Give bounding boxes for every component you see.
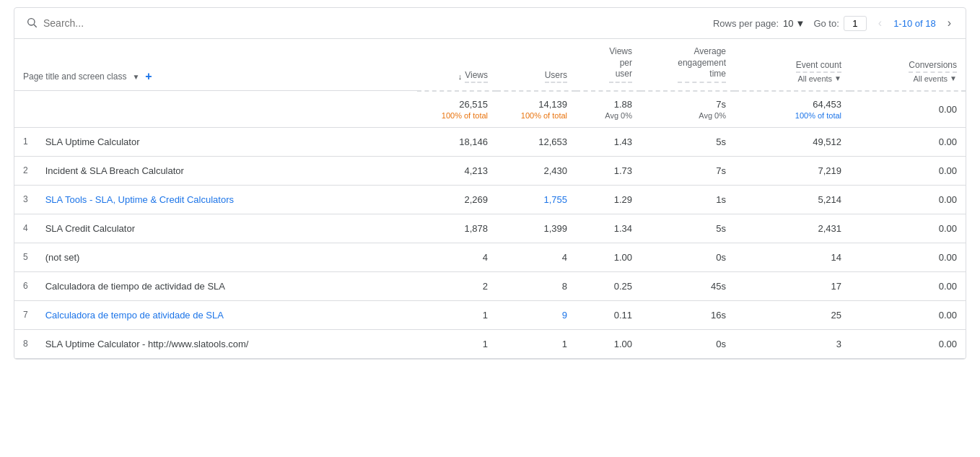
rows-select-arrow: ▼ bbox=[796, 18, 805, 29]
row-views: 1,878 bbox=[417, 214, 496, 243]
page-title-cell[interactable]: Calculadora de tempo de atividade de SLA bbox=[37, 300, 417, 329]
svg-line-1 bbox=[34, 25, 37, 27]
goto-label: Go to: bbox=[813, 18, 839, 29]
row-event-count: 17 bbox=[735, 271, 850, 300]
next-page-button[interactable]: › bbox=[945, 15, 954, 31]
row-views-per-user: 1.73 bbox=[576, 156, 641, 185]
row-views-per-user: 1.34 bbox=[576, 214, 641, 243]
event-count-label: Event count bbox=[796, 60, 841, 73]
event-count-dropdown-icon[interactable]: ▼ bbox=[834, 74, 841, 82]
table-row: 5 (not set) 4 4 1.00 0s 14 0.00 bbox=[14, 243, 966, 271]
conversions-column-header: Conversions All events ▼ bbox=[850, 39, 966, 91]
rows-count: 10 bbox=[783, 18, 793, 29]
row-avg-engagement: 16s bbox=[641, 300, 735, 329]
row-conversions: 0.00 bbox=[850, 300, 966, 329]
page-title-cell[interactable]: SLA Credit Calculator bbox=[37, 214, 417, 243]
row-views-per-user: 1.00 bbox=[576, 329, 641, 358]
table-row: 3 SLA Tools - SLA, Uptime & Credit Calcu… bbox=[14, 185, 966, 214]
data-table: Page title and screen class ▼ + ↓ Views bbox=[14, 39, 966, 359]
totals-views: 26,515 100% of total bbox=[417, 91, 496, 128]
views-label: Views bbox=[465, 70, 488, 83]
page-title-column-label: Page title and screen class bbox=[23, 71, 126, 82]
row-event-count: 49,512 bbox=[735, 127, 850, 156]
row-avg-engagement: 5s bbox=[641, 214, 735, 243]
rows-per-page-label: Rows per page: bbox=[713, 18, 779, 29]
row-number: 5 bbox=[14, 243, 37, 271]
add-column-icon[interactable]: + bbox=[145, 70, 152, 83]
pagination-info: 1-10 of 18 bbox=[893, 18, 936, 29]
page-title-cell[interactable]: (not set) bbox=[37, 243, 417, 271]
row-number: 3 bbox=[14, 185, 37, 214]
event-count-column-header: Event count All events ▼ bbox=[735, 39, 850, 91]
rows-select[interactable]: 10 ▼ bbox=[783, 18, 805, 29]
row-views-per-user: 1.29 bbox=[576, 185, 641, 214]
page-title-cell[interactable]: Calculadora de tiempo de actividad de SL… bbox=[37, 271, 417, 300]
row-users: 1 bbox=[496, 329, 576, 358]
row-views: 2 bbox=[417, 271, 496, 300]
row-avg-engagement: 0s bbox=[641, 243, 735, 271]
page-title-cell[interactable]: SLA Uptime Calculator - http://www.slato… bbox=[37, 329, 417, 358]
page-title-cell[interactable]: SLA Uptime Calculator bbox=[37, 127, 417, 156]
search-icon bbox=[26, 17, 38, 30]
row-event-count: 14 bbox=[735, 243, 850, 271]
totals-event-count: 64,453 100% of total bbox=[735, 91, 850, 128]
row-views: 2,269 bbox=[417, 185, 496, 214]
conversions-dropdown-icon[interactable]: ▼ bbox=[950, 74, 957, 82]
row-event-count: 3 bbox=[735, 329, 850, 358]
search-right: Rows per page: 10 ▼ Go to: ‹ 1-10 of 18 … bbox=[713, 15, 954, 31]
views-column-header: ↓ Views bbox=[417, 39, 496, 91]
goto-input[interactable] bbox=[844, 16, 867, 31]
row-views: 4 bbox=[417, 243, 496, 271]
table-header-row: Page title and screen class ▼ + ↓ Views bbox=[14, 39, 966, 91]
row-views-per-user: 0.25 bbox=[576, 271, 641, 300]
page-title-cell[interactable]: SLA Tools - SLA, Uptime & Credit Calcula… bbox=[37, 185, 417, 214]
row-conversions: 0.00 bbox=[850, 185, 966, 214]
table-row: 4 SLA Credit Calculator 1,878 1,399 1.34… bbox=[14, 214, 966, 243]
row-event-count: 7,219 bbox=[735, 156, 850, 185]
row-number: 1 bbox=[14, 127, 37, 156]
views-per-user-column-header: Viewsperuser bbox=[576, 39, 641, 91]
sort-arrow-icon: ↓ bbox=[458, 72, 463, 81]
row-views: 18,146 bbox=[417, 127, 496, 156]
totals-row: 26,515 100% of total 14,139 100% of tota… bbox=[14, 91, 966, 128]
row-avg-engagement: 7s bbox=[641, 156, 735, 185]
conversions-label: Conversions bbox=[909, 60, 957, 73]
row-avg-engagement: 5s bbox=[641, 127, 735, 156]
row-views-per-user: 1.43 bbox=[576, 127, 641, 156]
row-avg-engagement: 0s bbox=[641, 329, 735, 358]
row-users: 1,399 bbox=[496, 214, 576, 243]
totals-users: 14,139 100% of total bbox=[496, 91, 576, 128]
row-number: 2 bbox=[14, 156, 37, 185]
totals-avg-engagement: 7s Avg 0% bbox=[641, 91, 735, 128]
totals-conversions: 0.00 bbox=[850, 91, 966, 128]
row-event-count: 2,431 bbox=[735, 214, 850, 243]
row-users: 12,653 bbox=[496, 127, 576, 156]
totals-views-per-user: 1.88 Avg 0% bbox=[576, 91, 641, 128]
search-left bbox=[26, 17, 188, 30]
row-users: 8 bbox=[496, 271, 576, 300]
page-title-cell[interactable]: Incident & SLA Breach Calculator bbox=[37, 156, 417, 185]
row-conversions: 0.00 bbox=[850, 271, 966, 300]
prev-page-button[interactable]: ‹ bbox=[875, 15, 885, 31]
search-input[interactable] bbox=[43, 17, 188, 29]
left-column-header: Page title and screen class ▼ + bbox=[14, 39, 417, 91]
row-users: 1,755 bbox=[496, 185, 576, 214]
goto: Go to: bbox=[813, 16, 866, 31]
row-views: 4,213 bbox=[417, 156, 496, 185]
row-views-per-user: 0.11 bbox=[576, 300, 641, 329]
row-views: 1 bbox=[417, 300, 496, 329]
avg-engagement-label: Averageengagementtime bbox=[678, 46, 726, 83]
search-bar: Rows per page: 10 ▼ Go to: ‹ 1-10 of 18 … bbox=[14, 8, 966, 39]
row-users: 4 bbox=[496, 243, 576, 271]
table-row: 7 Calculadora de tempo de atividade de S… bbox=[14, 300, 966, 329]
page-title-dropdown-icon[interactable]: ▼ bbox=[132, 73, 139, 81]
row-event-count: 5,214 bbox=[735, 185, 850, 214]
conversions-sub-label: All events bbox=[913, 74, 948, 83]
avg-engagement-column-header: Averageengagementtime bbox=[641, 39, 735, 91]
row-conversions: 0.00 bbox=[850, 329, 966, 358]
row-views-per-user: 1.00 bbox=[576, 243, 641, 271]
users-label: Users bbox=[545, 70, 567, 83]
event-count-sub-label: All events bbox=[797, 74, 832, 83]
table-row: 8 SLA Uptime Calculator - http://www.sla… bbox=[14, 329, 966, 358]
row-event-count: 25 bbox=[735, 300, 850, 329]
